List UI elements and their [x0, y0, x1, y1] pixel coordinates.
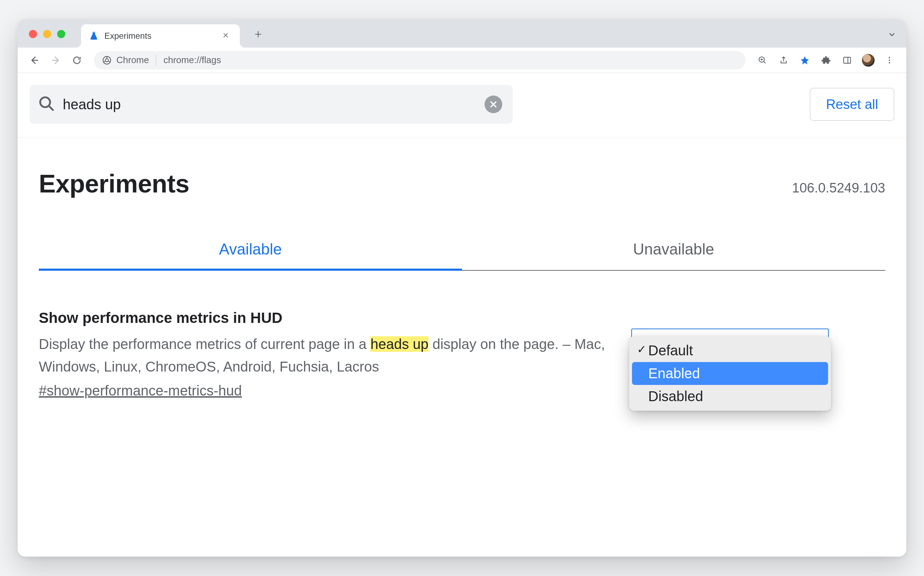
page-content: Reset all Experiments 106.0.5249.103 Ava… — [18, 73, 906, 557]
browser-tab[interactable]: Experiments — [81, 24, 240, 48]
svg-rect-3 — [844, 57, 850, 63]
version-label: 106.0.5249.103 — [792, 181, 885, 196]
share-icon[interactable] — [775, 52, 792, 69]
bookmark-star-icon[interactable] — [796, 52, 813, 69]
tabs: Available Unavailable — [39, 240, 885, 271]
svg-point-1 — [106, 59, 109, 62]
option-default[interactable]: Default — [632, 339, 828, 362]
search-row: Reset all — [18, 73, 906, 138]
side-panel-icon[interactable] — [839, 52, 855, 69]
browser-window: Experiments Chrome chrome://fl — [18, 19, 906, 557]
flag-description: Display the performance metrics of curre… — [39, 333, 610, 378]
chrome-icon — [102, 56, 111, 65]
search-input[interactable] — [63, 95, 477, 114]
zoom-icon[interactable] — [754, 52, 771, 69]
tab-unavailable[interactable]: Unavailable — [462, 240, 885, 271]
forward-button[interactable] — [47, 52, 64, 69]
svg-point-5 — [889, 59, 890, 61]
extensions-icon[interactable] — [817, 52, 834, 69]
tab-strip: Experiments — [18, 19, 906, 48]
option-enabled[interactable]: Enabled — [632, 362, 828, 385]
profile-avatar[interactable] — [860, 52, 877, 69]
clear-search-button[interactable] — [485, 96, 502, 113]
flag-text: Show performance metrics in HUD Display … — [39, 309, 610, 399]
url-scheme-label: Chrome — [116, 54, 149, 66]
url-text: chrome://flags — [163, 54, 221, 66]
tab-available[interactable]: Available — [39, 240, 462, 271]
page-title: Experiments — [39, 169, 189, 198]
window-close-button[interactable] — [29, 30, 37, 38]
reset-all-button[interactable]: Reset all — [810, 88, 894, 121]
reload-button[interactable] — [69, 52, 85, 69]
kebab-menu-icon[interactable] — [881, 52, 898, 69]
dropdown-menu: Default Enabled Disabled — [629, 336, 831, 411]
new-tab-button[interactable] — [250, 26, 266, 42]
tab-list-button[interactable] — [887, 30, 897, 40]
toolbar: Chrome chrome://flags — [18, 48, 906, 73]
search-container — [30, 85, 513, 124]
svg-point-6 — [889, 62, 890, 64]
svg-point-4 — [889, 57, 890, 59]
address-bar[interactable]: Chrome chrome://flags — [94, 51, 746, 69]
page-header: Experiments 106.0.5249.103 — [18, 138, 906, 198]
toolbar-right — [754, 52, 898, 69]
flag-anchor-link[interactable]: #show-performance-metrics-hud — [39, 383, 242, 398]
window-minimize-button[interactable] — [43, 30, 51, 38]
tab-close-button[interactable] — [219, 30, 232, 42]
flag-title: Show performance metrics in HUD — [39, 309, 610, 326]
window-maximize-button[interactable] — [57, 30, 65, 38]
flag-control: Default Enabled Disabled — [631, 309, 829, 399]
omnibox-divider — [156, 55, 156, 66]
flag-item: Show performance metrics in HUD Display … — [18, 271, 906, 399]
back-button[interactable] — [26, 52, 43, 69]
tab-title: Experiments — [104, 31, 214, 41]
search-icon — [38, 95, 55, 114]
traffic-lights — [29, 30, 65, 38]
flag-desc-highlight: heads up — [370, 336, 429, 352]
option-disabled[interactable]: Disabled — [632, 385, 828, 408]
flask-icon — [89, 31, 99, 41]
avatar-image — [862, 54, 874, 67]
flag-desc-pre: Display the performance metrics of curre… — [39, 336, 370, 352]
